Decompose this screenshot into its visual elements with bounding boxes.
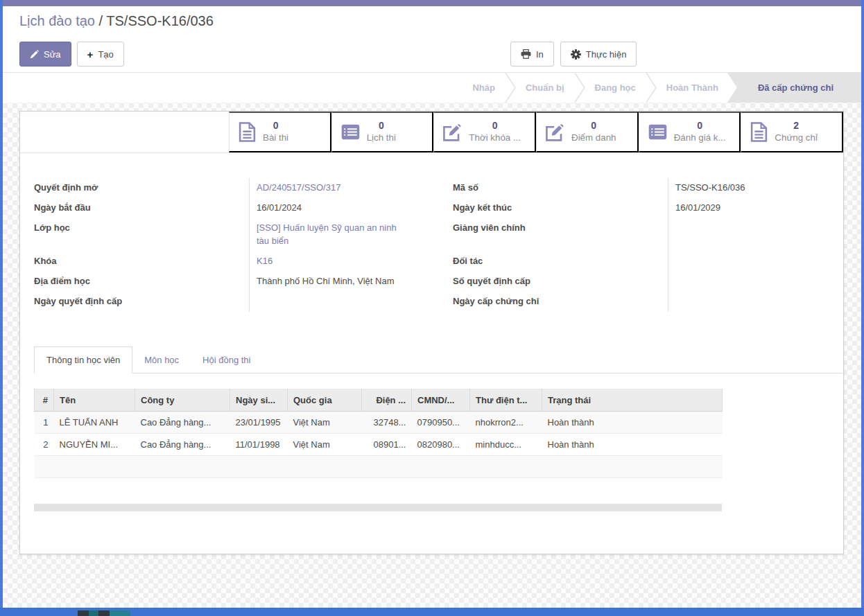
field-label-doi-tac: Đối tác xyxy=(453,252,668,272)
stat-value: 0 xyxy=(571,120,616,132)
statusbar-step-dang-hoc[interactable]: Đang học xyxy=(586,73,645,103)
cell-ngay-sinh[interactable]: 23/01/1995 xyxy=(230,412,288,434)
stat-label: Đánh giá k... xyxy=(674,132,726,144)
record-link[interactable]: K16 xyxy=(257,255,273,268)
stat-button-lich-thi[interactable]: 0 Lịch thi xyxy=(331,112,434,152)
stat-row-spacer xyxy=(20,112,229,152)
left-button-group: Sửa + Tạo xyxy=(19,42,124,67)
stat-button-row: 0 Bài thi 0 Lịch thi 0 Thời khóa ... 0 Đ… xyxy=(20,112,843,153)
table-row-empty xyxy=(35,456,723,478)
form-sheet: 0 Bài thi 0 Lịch thi 0 Thời khóa ... 0 Đ… xyxy=(19,111,844,554)
cell-cong-ty[interactable]: Cao Đẳng hàng... xyxy=(135,434,230,456)
chevron-right-icon xyxy=(645,73,657,103)
cell-ngay-sinh[interactable]: 11/01/1998 xyxy=(230,434,288,456)
breadcrumb-section-link[interactable]: Lịch đào tạo xyxy=(19,13,95,28)
field-label-lop-hoc: Lớp học xyxy=(34,218,249,252)
taskbar-icons-fragment xyxy=(78,610,130,616)
tab-hoi-dong-thi[interactable]: Hội đồng thi xyxy=(191,346,262,373)
cell-thu-dien-tu[interactable]: minhducc... xyxy=(470,434,542,456)
list-alt-icon xyxy=(648,124,667,140)
stat-value: 0 xyxy=(674,120,726,132)
horizontal-scrollbar[interactable] xyxy=(34,504,722,511)
cell-trang-thai[interactable]: Hoàn thành xyxy=(542,434,723,456)
breadcrumb-record: TS/SSO-K16/036 xyxy=(106,13,214,28)
statusbar-step-nhap[interactable]: Nháp xyxy=(463,73,504,103)
cell-index[interactable]: 2 xyxy=(35,434,54,456)
field-grid: Quyết định mở AD/240517/SSO/317 Mã số TS… xyxy=(34,178,830,312)
edit-button-label: Sửa xyxy=(44,49,61,60)
field-value-ngay-bat-dau: 16/01/2024 xyxy=(249,198,453,218)
record-link[interactable]: [SSO] Huấn luyện Sỹ quan an ninh tàu biể… xyxy=(257,222,404,248)
action-button[interactable]: Thực hiện xyxy=(560,42,637,67)
field-text: TS/SSO-K16/036 xyxy=(675,182,745,195)
cell-cong-ty[interactable]: Cao Đẳng hàng... xyxy=(135,412,230,434)
stat-button-bai-thi[interactable]: 0 Bài thi xyxy=(229,112,331,152)
edit-icon xyxy=(546,123,564,141)
tab-mon-hoc[interactable]: Môn học xyxy=(132,346,191,373)
cell-index[interactable]: 1 xyxy=(35,412,54,434)
stat-text: 0 Điểm danh xyxy=(571,120,616,143)
field-label-ma-so: Mã số xyxy=(453,178,668,198)
table-row[interactable]: 2 NGUYỄN MI... Cao Đẳng hàng... 11/01/19… xyxy=(35,434,723,456)
field-label-giang-vien-chinh: Giảng viên chính xyxy=(453,218,668,252)
breadcrumb: Lịch đào tạo / TS/SSO-K16/036 xyxy=(19,13,214,29)
stat-button-danh-gia[interactable]: 0 Đánh giá k... xyxy=(639,112,741,152)
cell-quoc-gia[interactable]: Việt Nam xyxy=(288,412,362,434)
stat-text: 0 Lịch thi xyxy=(367,120,396,143)
field-label-ngay-bat-dau: Ngày bắt đầu xyxy=(34,198,249,218)
cell-ten[interactable]: LÊ TUẤN ANH xyxy=(54,412,135,434)
stat-button-thoi-khoa-bieu[interactable]: 0 Thời khóa ... xyxy=(433,112,536,152)
table-row[interactable]: 1 LÊ TUẤN ANH Cao Đẳng hàng... 23/01/199… xyxy=(35,412,723,434)
stat-button-chung-chi[interactable]: 2 Chứng chỉ xyxy=(741,112,843,152)
file-text-icon xyxy=(750,122,768,142)
column-header-cong-ty[interactable]: Công ty xyxy=(135,389,230,412)
cell-dien-thoai[interactable]: 32748... xyxy=(362,412,412,434)
field-value-ngay-quyet-dinh-cap xyxy=(249,292,453,312)
cell-trang-thai[interactable]: Hoàn thành xyxy=(542,412,723,434)
edit-button[interactable]: Sửa xyxy=(19,42,71,67)
print-button[interactable]: In xyxy=(510,42,554,67)
statusbar-step-da-cap-chung-chi[interactable]: Đã cấp chứng chỉ xyxy=(727,73,861,103)
field-value-ma-so: TS/SSO-K16/036 xyxy=(668,178,830,198)
column-header-ngay-sinh[interactable]: Ngày si... xyxy=(230,389,288,412)
field-value-ngay-ket-thuc: 16/01/2029 xyxy=(668,198,830,218)
breadcrumb-separator: / xyxy=(99,13,107,28)
column-header-thu-dien-tu[interactable]: Thư điện t... xyxy=(470,389,542,412)
field-value-so-quyet-dinh-cap xyxy=(668,272,830,292)
column-header-trang-thai[interactable]: Trạng thái xyxy=(542,389,723,412)
column-header-ten[interactable]: Tên xyxy=(54,389,135,412)
list-alt-icon xyxy=(341,124,360,140)
stat-text: 0 Thời khóa ... xyxy=(469,120,521,143)
cell-cmnd[interactable]: 0790950... xyxy=(412,412,470,434)
cell-dien-thoai[interactable]: 08901... xyxy=(362,434,412,456)
record-link[interactable]: AD/240517/SSO/317 xyxy=(257,182,340,195)
statusbar-step-chuan-bi[interactable]: Chuẩn bị xyxy=(517,73,573,103)
create-button-label: Tạo xyxy=(98,49,113,60)
field-value-giang-vien-chinh xyxy=(668,218,830,252)
pencil-icon xyxy=(30,50,39,59)
cell-quoc-gia[interactable]: Việt Nam xyxy=(288,434,362,456)
tab-thong-tin-hoc-vien[interactable]: Thông tin học viên xyxy=(34,346,132,373)
stat-value: 0 xyxy=(469,120,521,132)
stat-label: Lịch thi xyxy=(367,132,396,144)
cell-ten[interactable]: NGUYỄN MI... xyxy=(54,434,135,456)
field-text: Thành phố Hồ Chí Minh, Việt Nam xyxy=(257,275,394,288)
stat-value: 0 xyxy=(263,120,288,132)
column-header-cmnd[interactable]: CMND/... xyxy=(412,389,470,412)
cell-cmnd[interactable]: 0820980... xyxy=(412,434,470,456)
cell-thu-dien-tu[interactable]: nhokrron2... xyxy=(470,412,542,434)
stat-button-diem-danh[interactable]: 0 Điểm danh xyxy=(536,112,639,152)
column-header-dien-thoai[interactable]: Điện ... xyxy=(362,389,412,412)
chevron-right-icon xyxy=(504,73,517,103)
stat-label: Chứng chỉ xyxy=(775,132,818,144)
taskbar-icon xyxy=(89,610,98,616)
plus-icon: + xyxy=(87,49,94,60)
column-header-quoc-gia[interactable]: Quốc gia xyxy=(288,389,362,412)
field-label-ngay-cap-chung-chi: Ngày cấp chứng chỉ xyxy=(453,292,668,312)
column-header-index[interactable]: # xyxy=(35,389,54,412)
statusbar-step-hoan-thanh[interactable]: Hoàn Thành xyxy=(657,73,727,103)
gear-icon xyxy=(571,49,581,60)
right-button-group: In Thực hiện xyxy=(510,42,637,67)
create-button[interactable]: + Tạo xyxy=(77,42,124,67)
stat-value: 2 xyxy=(775,120,818,132)
